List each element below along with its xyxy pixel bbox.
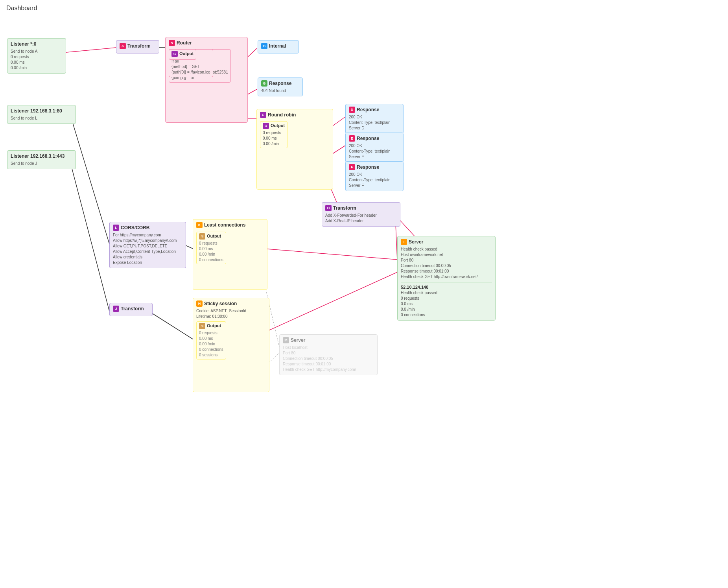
badge-m-lc: M bbox=[199, 233, 205, 240]
listener-3-title: Listener 192.168.3.1:443 bbox=[11, 153, 72, 160]
listener-2[interactable]: Listener 192.168.3.1:80 Send to node L bbox=[7, 105, 76, 124]
transform-o[interactable]: O Transform Add X-Forwarded-For headerAd… bbox=[322, 202, 400, 227]
sticky-output-m[interactable]: M Output 0 requests0.00 ms0.00 /min0 con… bbox=[196, 321, 226, 359]
least-connections-k[interactable]: K Least connections I Output 0 requests0… bbox=[193, 219, 267, 290]
response-d[interactable]: D Response 200 OKContent-Type: text/plai… bbox=[345, 104, 404, 134]
svg-line-14 bbox=[263, 272, 397, 333]
lc-output-m[interactable]: M Output 0 requests0.00 ms0.00 /min0 con… bbox=[196, 232, 226, 264]
badge-c-router: C bbox=[171, 51, 178, 57]
server-m-inactive[interactable]: M Server Host localhostPort 80Connection… bbox=[279, 334, 378, 375]
transform-a[interactable]: A Transform bbox=[116, 40, 159, 53]
badge-g-response: G bbox=[261, 80, 267, 87]
dashboard-title: Dashboard bbox=[0, 0, 728, 17]
badge-a: A bbox=[120, 43, 126, 49]
badge-k: K bbox=[196, 222, 203, 228]
badge-o-rr: O bbox=[263, 123, 269, 129]
router-output-c[interactable]: C Output bbox=[169, 49, 196, 60]
badge-b-internal: B bbox=[261, 43, 267, 49]
internal-b[interactable]: B Internal bbox=[258, 40, 299, 53]
svg-line-9 bbox=[70, 114, 109, 244]
svg-line-13 bbox=[263, 249, 397, 260]
listener-1[interactable]: Listener *:0 Send to node A0 requests0.0… bbox=[7, 38, 66, 74]
badge-c-rr: C bbox=[260, 112, 266, 118]
svg-line-12 bbox=[149, 311, 193, 339]
badge-i-server: I bbox=[401, 239, 407, 245]
cors-corb-l[interactable]: L CORS/CORB For https://mycompany.comAll… bbox=[109, 222, 186, 268]
badge-n: N bbox=[169, 40, 175, 46]
badge-m-sticky: M bbox=[199, 323, 205, 329]
svg-line-0 bbox=[58, 48, 116, 53]
svg-line-11 bbox=[70, 161, 109, 311]
sticky-session-h[interactable]: H Sticky session Cookie: ASP.NET_Session… bbox=[193, 298, 269, 392]
listener-2-title: Listener 192.168.3.1:80 bbox=[11, 108, 72, 114]
badge-l: L bbox=[113, 225, 119, 231]
server-i-active[interactable]: I Server Health check passedHost owinfra… bbox=[397, 236, 496, 321]
badge-e-resp: E bbox=[349, 135, 355, 142]
server-ip-section: 52.10.124.148 Health check passed0 reque… bbox=[401, 282, 492, 318]
transform-j[interactable]: J Transform bbox=[109, 303, 153, 316]
badge-h: H bbox=[196, 300, 203, 307]
response-f[interactable]: F Response 200 OKContent-Type: text/plai… bbox=[345, 161, 404, 191]
response-g[interactable]: G Response 404 Not found bbox=[258, 77, 303, 96]
badge-f-resp: F bbox=[349, 164, 355, 170]
badge-j: J bbox=[113, 306, 119, 312]
router-n[interactable]: N Router B Output If all{method} = GET{h… bbox=[165, 37, 248, 123]
badge-o-transform: O bbox=[325, 205, 332, 211]
rr-output-o[interactable]: O Output 0 requests0.00 ms0.00 /min bbox=[260, 121, 288, 148]
listener-3[interactable]: Listener 192.168.3.1:443 Send to node J bbox=[7, 150, 76, 169]
response-e[interactable]: E Response 200 OKContent-Type: text/plai… bbox=[345, 133, 404, 162]
badge-m-server: M bbox=[283, 337, 289, 343]
round-robin-c[interactable]: C Round robin D Output 0 requests0.00 ms… bbox=[256, 109, 333, 190]
listener-1-title: Listener *:0 bbox=[11, 41, 63, 48]
badge-d-resp: D bbox=[349, 107, 355, 113]
